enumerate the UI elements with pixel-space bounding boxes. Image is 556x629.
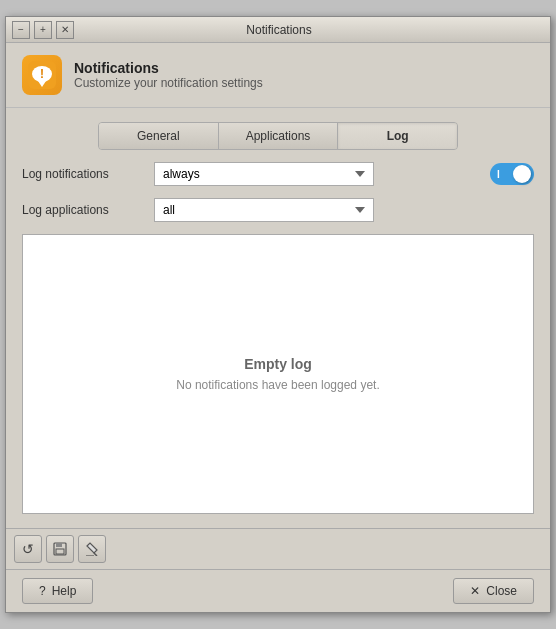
log-empty-subtitle: No notifications have been logged yet.: [176, 378, 379, 392]
header: ! Notifications Customize your notificat…: [6, 43, 550, 108]
toggle-switch[interactable]: I: [490, 163, 534, 185]
log-applications-select[interactable]: all none: [154, 198, 374, 222]
close-icon: ✕: [470, 584, 480, 598]
svg-marker-7: [87, 543, 97, 553]
help-icon: ?: [39, 584, 46, 598]
window-title: Notifications: [74, 23, 484, 37]
svg-text:!: !: [40, 67, 44, 81]
tab-general[interactable]: General: [99, 123, 219, 149]
log-empty-title: Empty log: [244, 356, 312, 372]
log-applications-row: Log applications all none: [22, 198, 534, 222]
close-window-button[interactable]: ✕ Close: [453, 578, 534, 604]
log-notifications-label: Log notifications: [22, 167, 142, 181]
minimize-button[interactable]: −: [12, 21, 30, 39]
footer: ? Help ✕ Close: [6, 569, 550, 612]
main-content: General Applications Log Log notificatio…: [6, 108, 550, 528]
save-button[interactable]: [46, 535, 74, 563]
header-text: Notifications Customize your notificatio…: [74, 60, 263, 90]
close-label: Close: [486, 584, 517, 598]
tab-applications[interactable]: Applications: [219, 123, 339, 149]
svg-line-8: [94, 553, 97, 556]
maximize-button[interactable]: +: [34, 21, 52, 39]
svg-rect-6: [56, 549, 64, 554]
refresh-button[interactable]: ↺: [14, 535, 42, 563]
help-button[interactable]: ? Help: [22, 578, 93, 604]
toggle-label: I: [497, 169, 500, 180]
titlebar-controls: − + ✕: [12, 21, 74, 39]
header-title: Notifications: [74, 60, 263, 76]
close-button[interactable]: ✕: [56, 21, 74, 39]
app-icon: !: [22, 55, 62, 95]
log-notifications-select[interactable]: always never on focus: [154, 162, 374, 186]
log-area: Empty log No notifications have been log…: [22, 234, 534, 514]
help-label: Help: [52, 584, 77, 598]
titlebar: − + ✕ Notifications: [6, 17, 550, 43]
log-applications-label: Log applications: [22, 203, 142, 217]
log-notifications-row: Log notifications always never on focus …: [22, 162, 534, 186]
tab-log[interactable]: Log: [338, 123, 457, 149]
clear-button[interactable]: [78, 535, 106, 563]
svg-rect-5: [56, 543, 62, 547]
notifications-window: − + ✕ Notifications ! Notifications Cust…: [5, 16, 551, 613]
tab-bar: General Applications Log: [98, 122, 458, 150]
log-toolbar: ↺: [6, 528, 550, 569]
header-subtitle: Customize your notification settings: [74, 76, 263, 90]
